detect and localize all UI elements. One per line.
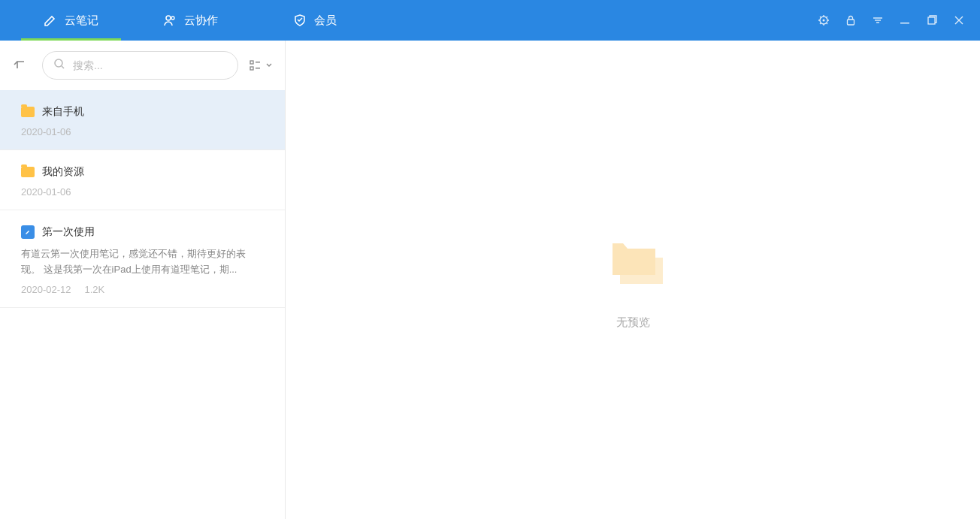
svg-rect-6 — [928, 17, 935, 24]
window-controls — [818, 14, 980, 26]
close-icon[interactable] — [953, 14, 965, 26]
folder-icon — [21, 167, 35, 177]
chevron-down-icon — [265, 59, 273, 72]
header-tabs: 云笔记 云协作 会员 — [21, 0, 359, 41]
list-item-folder[interactable]: 我的资源 2020-01-06 — [0, 150, 285, 210]
svg-point-7 — [55, 59, 62, 67]
svg-point-3 — [823, 20, 825, 22]
note-list: 来自手机 2020-01-06 我的资源 2020-01-06 — [0, 90, 285, 308]
note-preview: 有道云第一次使用笔记，感觉还不错，期待更好的表现。 这是我第一次在iPad上使用… — [21, 246, 264, 278]
tab-cloud-collab[interactable]: 云协作 — [141, 0, 240, 41]
note-date: 2020-01-06 — [21, 186, 71, 198]
content-area: 无预览 — [286, 41, 980, 519]
settings-icon[interactable] — [818, 14, 830, 26]
note-size: 1.2K — [85, 284, 105, 295]
note-title: 我的资源 — [42, 165, 84, 179]
app-header: 云笔记 云协作 会员 — [0, 0, 980, 41]
pencil-icon — [44, 14, 57, 27]
svg-rect-9 — [250, 67, 253, 70]
note-title: 来自手机 — [42, 105, 84, 119]
minimize-icon[interactable] — [899, 14, 911, 26]
svg-rect-10 — [256, 62, 260, 63]
svg-point-1 — [171, 17, 174, 20]
svg-rect-5 — [900, 23, 909, 24]
empty-folder-icon — [599, 230, 667, 293]
tab-label: 云协作 — [184, 14, 218, 28]
tab-label: 云笔记 — [65, 14, 98, 28]
list-item-note[interactable]: 第一次使用 有道云第一次使用笔记，感觉还不错，期待更好的表现。 这是我第一次在i… — [0, 210, 285, 308]
search-input-container[interactable] — [42, 51, 238, 80]
svg-rect-11 — [256, 68, 260, 69]
tab-cloud-notes[interactable]: 云笔记 — [21, 0, 121, 41]
shield-icon — [293, 14, 307, 27]
view-toggle[interactable] — [249, 59, 273, 72]
people-icon — [163, 14, 177, 27]
search-icon — [53, 58, 65, 73]
svg-point-0 — [166, 16, 171, 20]
back-button[interactable] — [9, 58, 32, 73]
note-title: 第一次使用 — [42, 225, 95, 239]
note-icon — [21, 225, 35, 239]
svg-rect-4 — [848, 20, 854, 25]
maximize-icon[interactable] — [926, 14, 938, 26]
search-field[interactable] — [73, 59, 227, 71]
note-date: 2020-02-12 — [21, 284, 71, 295]
tab-label: 会员 — [314, 14, 337, 28]
note-date: 2020-01-06 — [21, 126, 71, 137]
tab-member[interactable]: 会员 — [271, 0, 359, 41]
list-item-folder[interactable]: 来自手机 2020-01-06 — [0, 90, 285, 150]
svg-rect-8 — [250, 61, 253, 64]
search-row — [0, 41, 285, 90]
sidebar: 来自手机 2020-01-06 我的资源 2020-01-06 — [0, 41, 286, 519]
main-area: 来自手机 2020-01-06 我的资源 2020-01-06 — [0, 41, 980, 519]
empty-state-text: 无预览 — [616, 315, 650, 330]
lock-icon[interactable] — [845, 14, 857, 26]
sync-icon[interactable] — [872, 14, 884, 26]
folder-icon — [21, 107, 35, 117]
